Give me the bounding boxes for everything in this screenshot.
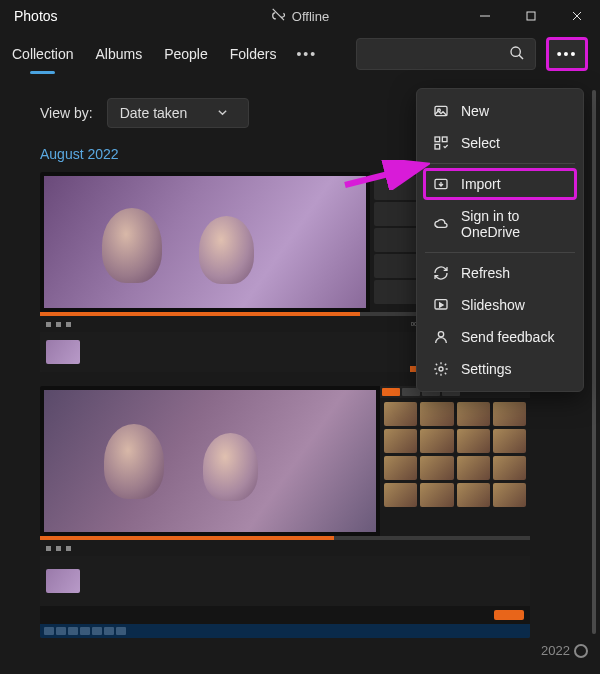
- new-icon: [433, 103, 449, 119]
- svg-rect-10: [435, 144, 440, 149]
- menu-divider: [425, 252, 575, 253]
- search-input[interactable]: [356, 38, 536, 70]
- svg-point-15: [439, 367, 443, 371]
- tab-albums[interactable]: Albums: [95, 40, 142, 68]
- close-button[interactable]: [554, 0, 600, 32]
- svg-rect-1: [527, 12, 535, 20]
- menu-item-onedrive[interactable]: Sign in to OneDrive: [423, 200, 577, 248]
- photo-thumbnail[interactable]: [40, 386, 530, 638]
- svg-rect-9: [442, 137, 447, 142]
- svg-rect-8: [435, 137, 440, 142]
- onedrive-icon: [433, 216, 449, 232]
- feedback-icon: [433, 329, 449, 345]
- cloud-off-icon: [271, 7, 286, 25]
- viewby-label: View by:: [40, 105, 93, 121]
- timeline-year-indicator: 2022: [541, 643, 588, 658]
- search-icon: [509, 45, 525, 64]
- app-title: Photos: [14, 8, 58, 24]
- menu-item-settings[interactable]: Settings: [423, 353, 577, 385]
- svg-marker-13: [440, 303, 443, 307]
- menu-item-refresh[interactable]: Refresh: [423, 257, 577, 289]
- svg-line-5: [519, 55, 523, 59]
- settings-icon: [433, 361, 449, 377]
- minimize-button[interactable]: [462, 0, 508, 32]
- more-actions-button[interactable]: •••: [546, 37, 588, 71]
- svg-point-14: [438, 332, 443, 337]
- chevron-down-icon: [217, 105, 228, 121]
- tab-collection[interactable]: Collection: [12, 40, 73, 68]
- menu-item-select[interactable]: Select: [423, 127, 577, 159]
- slideshow-icon: [433, 297, 449, 313]
- menu-item-slideshow[interactable]: Slideshow: [423, 289, 577, 321]
- svg-point-4: [511, 47, 520, 56]
- menu-item-feedback[interactable]: Send feedback: [423, 321, 577, 353]
- offline-status: Offline: [271, 7, 329, 25]
- tab-people[interactable]: People: [164, 40, 208, 68]
- context-menu: New Select Import Sign in to OneDrive Re…: [416, 88, 584, 392]
- refresh-icon: [433, 265, 449, 281]
- viewby-dropdown[interactable]: Date taken: [107, 98, 250, 128]
- menu-item-import[interactable]: Import: [423, 168, 577, 200]
- photo-thumbnail[interactable]: 00:00:00: [40, 172, 440, 372]
- menu-divider: [425, 163, 575, 164]
- select-icon: [433, 135, 449, 151]
- nav-overflow-button[interactable]: •••: [296, 46, 317, 62]
- menu-item-new[interactable]: New: [423, 95, 577, 127]
- import-icon: [433, 176, 449, 192]
- tab-folders[interactable]: Folders: [230, 40, 277, 68]
- vertical-scrollbar[interactable]: [592, 90, 596, 634]
- maximize-button[interactable]: [508, 0, 554, 32]
